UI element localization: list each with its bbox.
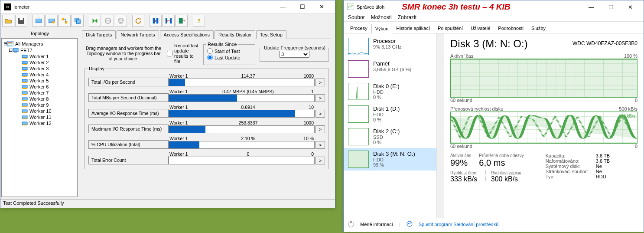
maximize-button[interactable]: ☐ xyxy=(293,1,312,13)
tree-host[interactable]: ⊟ PET7 xyxy=(3,47,75,53)
tm-tab-services[interactable]: Služby xyxy=(527,23,550,33)
metric-bar[interactable] xyxy=(169,110,315,118)
tab-access-spec[interactable]: Access Specifications xyxy=(160,30,214,39)
tree-worker[interactable]: Worker 9 xyxy=(3,102,75,108)
tab-disk-targets[interactable]: Disk Targets xyxy=(82,30,116,39)
menu-view[interactable]: Zobrazit xyxy=(398,14,416,20)
perf-sidebar[interactable]: Procesor9% 3,13 GHzPaměť3,6/59,9 GB (6 %… xyxy=(344,33,437,218)
perf-sidebar-item[interactable]: Disk 1 (D:)HDD0 % xyxy=(344,103,436,125)
perf-item-sub: 3,6/59,9 GB (6 %) xyxy=(373,67,411,72)
collapse-icon[interactable]: ˄ xyxy=(348,221,354,227)
tab-network-targets[interactable]: Network Targets xyxy=(117,30,159,39)
metric-bar[interactable] xyxy=(169,125,315,133)
metric-label[interactable]: Total Error Count xyxy=(88,156,169,164)
metric-bar[interactable] xyxy=(169,94,315,102)
tm-tab-details[interactable]: Podrobnosti xyxy=(494,23,527,33)
tree-worker[interactable]: Worker 10 xyxy=(3,108,75,114)
open-icon[interactable] xyxy=(2,15,14,27)
tree-worker[interactable]: Worker 8 xyxy=(3,96,75,102)
tab-results-display[interactable]: Results Display xyxy=(215,30,255,39)
perf-detail: Disk 3 (M: N: O:) WDC WD40EZAZ-00SF3B0 A… xyxy=(444,33,644,218)
metric-bar[interactable] xyxy=(169,141,315,149)
taskmgr-titlebar[interactable]: Správce úloh SMR konec 3h testu – 4 KiB … xyxy=(344,0,644,13)
perf-sidebar-item[interactable]: Disk 3 (M: N: O:)HDD99 % xyxy=(344,148,436,171)
record-checkbox[interactable]: Record last update results to file xyxy=(167,43,199,64)
exit-icon[interactable] xyxy=(176,15,188,27)
tm-minimize-button[interactable]: ― xyxy=(582,1,601,13)
disk-worker-icon[interactable] xyxy=(46,15,58,27)
results-since-label: Results Since xyxy=(206,42,238,47)
tm-tab-startup[interactable]: Po spuštění xyxy=(434,23,467,33)
metric-bar[interactable] xyxy=(169,157,315,164)
svg-rect-46 xyxy=(22,116,27,118)
tree-worker[interactable]: Worker 2 xyxy=(3,59,75,66)
svg-rect-14 xyxy=(153,18,155,23)
tab-test-setup[interactable]: Test Setup xyxy=(256,30,286,39)
tree-worker[interactable]: Worker 4 xyxy=(3,72,75,78)
menu-options[interactable]: Možnosti xyxy=(371,14,392,20)
tree-worker[interactable]: Worker 12 xyxy=(3,120,75,126)
metric-label[interactable]: Average I/O Response Time (ms) xyxy=(88,109,169,118)
update-freq-select[interactable]: 3 xyxy=(279,51,309,58)
tree-worker[interactable]: Worker 1 xyxy=(3,53,75,59)
active-time-chart[interactable] xyxy=(450,59,637,98)
perf-thumb xyxy=(348,105,369,123)
svg-rect-34 xyxy=(22,79,27,82)
minimize-button[interactable]: ― xyxy=(273,1,293,13)
expand-icon[interactable] xyxy=(163,15,175,27)
tree-worker[interactable]: Worker 11 xyxy=(3,114,75,120)
transfer-rate-chart[interactable]: 490 kB/s xyxy=(450,112,637,144)
metric-expand-button[interactable]: > xyxy=(315,110,325,118)
help-icon[interactable]: ? xyxy=(193,15,205,27)
tree-worker[interactable]: Worker 5 xyxy=(3,78,75,84)
metric-label[interactable]: % CPU Utilization (total) xyxy=(88,140,169,149)
stop-icon[interactable]: STOP xyxy=(102,15,114,27)
sidebar-scrollbar[interactable] xyxy=(437,33,444,218)
tm-maximize-button[interactable]: ☐ xyxy=(601,1,621,13)
metric-expand-button[interactable]: > xyxy=(315,125,325,133)
metric-label[interactable]: Maximum I/O Response Time (ms) xyxy=(88,125,169,133)
perf-sidebar-item[interactable]: Disk 2 (C:)SSD0 % xyxy=(344,125,436,148)
start-icon[interactable] xyxy=(89,15,101,27)
copy-worker-icon[interactable] xyxy=(72,15,84,27)
tree-worker[interactable]: Worker 6 xyxy=(3,84,75,90)
topology-tree[interactable]: ⊟ All Managers ⊟ PET7 Worker 1Worker 2Wo… xyxy=(1,38,78,197)
iometer-titlebar[interactable]: Io Iometer ― ☐ ✕ xyxy=(0,0,335,13)
save-icon[interactable] xyxy=(15,15,27,27)
perf-item-title: Disk 3 (M: N: O:) xyxy=(373,151,415,157)
metric-label[interactable]: Total MBs per Second (Decimal) xyxy=(88,93,169,102)
radio-last[interactable]: Last Update xyxy=(207,55,251,60)
metric-expand-button[interactable]: > xyxy=(315,94,325,102)
prop-key: Kapacita: xyxy=(546,153,593,158)
metric-bar[interactable] xyxy=(169,79,315,86)
net-worker-icon[interactable] xyxy=(59,15,71,27)
svg-rect-47 xyxy=(23,118,27,119)
iometer-app-icon: Io xyxy=(4,3,11,10)
tm-tab-processes[interactable]: Procesy xyxy=(346,23,371,33)
tree-root[interactable]: ⊟ All Managers xyxy=(3,40,75,47)
tm-close-button[interactable]: ✕ xyxy=(621,1,640,13)
perf-sidebar-item[interactable]: Paměť3,6/59,9 GB (6 %) xyxy=(344,58,436,80)
reset-icon[interactable] xyxy=(132,15,144,27)
tree-worker[interactable]: Worker 3 xyxy=(3,66,75,72)
prop-value: 3,6 TB xyxy=(596,158,610,164)
metric-expand-button[interactable]: > xyxy=(315,157,325,164)
compact-icon[interactable] xyxy=(150,15,162,27)
tm-tab-users[interactable]: Uživatelé xyxy=(467,23,494,33)
resmon-link[interactable]: Spustit program Sledování prostředků xyxy=(419,222,499,227)
worker-icon[interactable] xyxy=(33,15,45,27)
metric-expand-button[interactable]: > xyxy=(315,141,325,149)
radio-start[interactable]: Start of Test xyxy=(207,48,251,54)
tm-tab-performance[interactable]: Výkon xyxy=(371,24,393,33)
tm-tab-history[interactable]: Historie aplikací xyxy=(392,23,434,33)
perf-sidebar-item[interactable]: Disk 0 (E:)HDD0 % xyxy=(344,80,436,103)
metric-row: Total Error CountWorker 100> xyxy=(88,150,325,164)
metric-expand-button[interactable]: > xyxy=(315,79,325,86)
metric-label[interactable]: Total I/Os per Second xyxy=(88,78,169,86)
perf-sidebar-item[interactable]: Procesor9% 3,13 GHz xyxy=(344,35,436,58)
stop-all-icon[interactable]: STOPALL xyxy=(115,15,127,27)
less-info-link[interactable]: Méně informací xyxy=(360,222,393,227)
menu-file[interactable]: Soubor xyxy=(348,14,365,20)
close-button[interactable]: ✕ xyxy=(312,1,332,13)
tree-worker[interactable]: Worker 7 xyxy=(3,90,75,96)
